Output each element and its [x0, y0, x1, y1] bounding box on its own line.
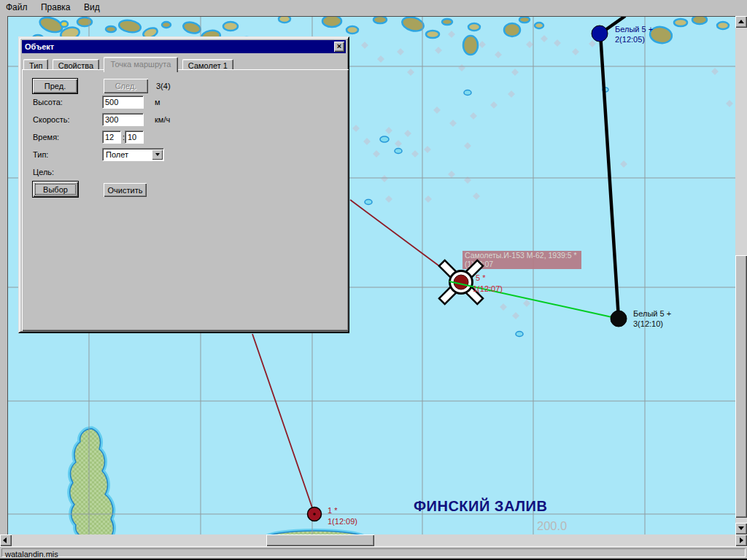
type-dropdown-value: Полет	[106, 150, 128, 159]
right-arrow-icon	[740, 537, 743, 543]
route-black	[600, 16, 625, 319]
depth-label: 200.0	[537, 519, 567, 532]
waypoint-dot-3[interactable]	[611, 311, 627, 327]
svg-text:Белый 5 +: Белый 5 +	[615, 25, 653, 34]
type-label: Тип:	[33, 150, 48, 159]
point-position-indicator: 3(4)	[156, 82, 171, 90]
prev-button[interactable]: Пред.	[33, 79, 77, 93]
object-dialog: Объект × Тип Свойства Точка маршрута Сам…	[18, 36, 349, 333]
dialog-title: Объект	[25, 42, 54, 51]
scroll-right-button[interactable]	[735, 534, 747, 546]
scroll-left-button[interactable]	[0, 534, 12, 546]
close-icon: ×	[337, 42, 341, 50]
select-button[interactable]: Выбор	[33, 182, 78, 197]
height-unit: м	[155, 98, 160, 106]
waypoint-dot-1-center	[313, 513, 316, 516]
tab-route-point[interactable]: Точка маршрута	[104, 57, 179, 72]
horizontal-scroll-thumb[interactable]	[266, 534, 374, 546]
svg-text:2(12:05): 2(12:05)	[615, 35, 645, 44]
svg-text:5 *: 5 *	[476, 273, 486, 282]
time-hours-input[interactable]	[102, 131, 121, 144]
svg-text:Белый 5 +: Белый 5 +	[633, 309, 671, 318]
horizontal-scrollbar[interactable]	[0, 534, 747, 546]
target-label: Цель:	[33, 168, 54, 176]
type-dropdown[interactable]: Полет	[102, 148, 164, 161]
speed-label: Скорость:	[33, 115, 70, 124]
menu-edit[interactable]: Правка	[36, 0, 76, 13]
dialog-title-bar[interactable]: Объект ×	[22, 40, 346, 53]
time-label: Время:	[33, 133, 59, 141]
svg-text:3(12:10): 3(12:10)	[633, 319, 663, 328]
dropdown-arrow-button[interactable]	[152, 149, 163, 160]
close-button[interactable]: ×	[334, 42, 344, 52]
svg-text:1(12:07): 1(12:07)	[473, 284, 503, 293]
status-bar: watalandin.mis	[0, 546, 747, 560]
down-arrow-icon	[738, 526, 744, 530]
vertical-scrollbar[interactable]	[735, 16, 747, 534]
island-large	[70, 429, 365, 534]
waypoint-2-label: Белый 5 + 2(12:05)	[615, 25, 653, 44]
up-arrow-icon	[738, 20, 744, 23]
aircraft-marker[interactable]	[439, 260, 483, 304]
height-input[interactable]	[102, 96, 144, 109]
speed-input[interactable]	[102, 113, 144, 126]
height-label: Высота:	[33, 98, 63, 106]
next-button[interactable]: След.	[104, 79, 148, 93]
menu-bar: Файл Правка Вид	[0, 0, 747, 14]
waypoint-dot-2[interactable]	[592, 26, 608, 42]
chevron-down-icon	[155, 153, 160, 156]
scroll-down-button[interactable]	[735, 523, 747, 534]
menu-view[interactable]: Вид	[79, 0, 105, 13]
scroll-up-button[interactable]	[735, 16, 747, 28]
info-box-line1: Самолеты.И-153 М-62, 1939:5 *	[465, 251, 577, 260]
menu-file[interactable]: Файл	[1, 0, 33, 13]
speed-unit: км/ч	[155, 115, 170, 124]
clear-button[interactable]: Очистить	[104, 183, 147, 197]
status-field: watalandin.mis	[1, 548, 746, 557]
waypoint-1-label: 1 * 1(12:09)	[328, 506, 357, 526]
waypoint-3-label: Белый 5 + 3(12:10)	[633, 309, 671, 328]
route-point-panel: Пред. След. 3(4) Высота: м Скорость: км/…	[22, 69, 349, 331]
sea-name-label: ФИНСКИЙ ЗАЛИВ	[414, 497, 547, 514]
left-arrow-icon	[3, 537, 7, 543]
mission-filename: watalandin.mis	[5, 550, 58, 559]
current-point-label: 5 * 1(12:07)	[473, 273, 503, 293]
svg-text:1 *: 1 *	[328, 506, 338, 515]
svg-text:1(12:09): 1(12:09)	[328, 517, 357, 526]
vertical-scroll-thumb[interactable]	[735, 255, 747, 518]
time-minutes-input[interactable]	[125, 131, 144, 144]
